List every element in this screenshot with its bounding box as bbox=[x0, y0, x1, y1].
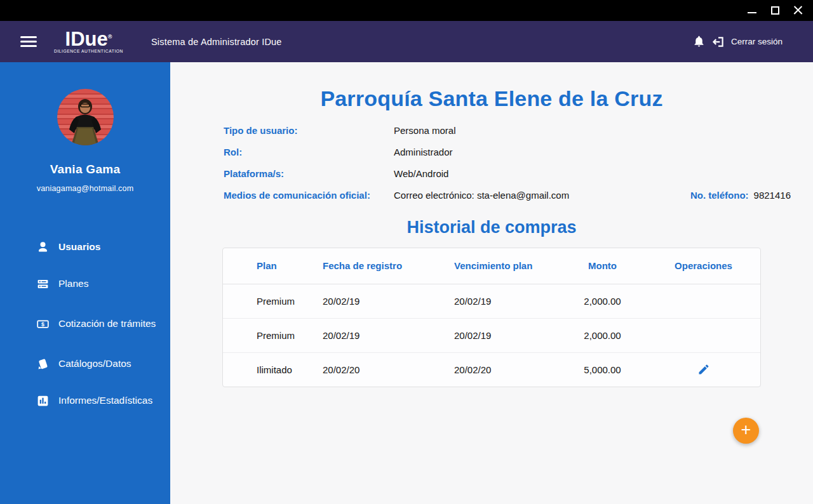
column-header-vencimiento: Vencimiento plan bbox=[420, 248, 560, 284]
logo-text: IDue® bbox=[54, 29, 123, 49]
header-actions: Cerrar sesión bbox=[692, 34, 783, 49]
detail-value: Web/Android bbox=[394, 168, 448, 179]
detail-value: Correo electrónico: sta-elena@gmail.com bbox=[394, 190, 569, 201]
column-header-plan: Plan bbox=[223, 248, 312, 284]
maximize-button[interactable] bbox=[770, 6, 780, 16]
sidebar-item-usuarios[interactable]: Usuarios bbox=[0, 229, 170, 265]
sidebar-item-informes[interactable]: Informes/Estadísticas bbox=[0, 382, 170, 419]
phone-group: No. teléfono: 9821416 bbox=[690, 190, 791, 201]
app-body: Vania Gama vaniagamag@hotmail.com Usuari… bbox=[0, 62, 813, 504]
sidebar: Vania Gama vaniagamag@hotmail.com Usuari… bbox=[0, 62, 170, 504]
menu-icon[interactable] bbox=[20, 36, 37, 47]
app-header: IDue® DILIGENCE AUTHENTICATION Sistema d… bbox=[0, 21, 813, 62]
purchases-title: Historial de compras bbox=[170, 218, 813, 237]
sidebar-item-label: Catálogos/Datos bbox=[58, 357, 159, 370]
cell-registered: 20/02/20 bbox=[312, 352, 420, 387]
window-controls bbox=[747, 6, 803, 16]
window-titlebar bbox=[0, 0, 813, 21]
detail-label: Plataforma/s: bbox=[224, 168, 394, 179]
user-email: vaniagamag@hotmail.com bbox=[0, 184, 170, 193]
cell-amount: 2,000.00 bbox=[560, 284, 645, 318]
svg-text:$: $ bbox=[41, 321, 44, 327]
cell-operations bbox=[645, 318, 761, 352]
cell-expires: 20/02/19 bbox=[420, 284, 560, 318]
phone-label: No. teléfono: bbox=[690, 190, 749, 201]
sidebar-nav: Usuarios Planes $ Cotización de trámites bbox=[0, 229, 170, 419]
stats-icon bbox=[36, 394, 50, 408]
cell-expires: 20/02/20 bbox=[420, 352, 560, 387]
page-title: Parroquía Santa Elene de la Cruz bbox=[170, 86, 813, 111]
logo-subtitle: DILIGENCE AUTHENTICATION bbox=[54, 50, 123, 54]
detail-row: Rol: Administrador bbox=[224, 147, 791, 157]
cell-amount: 2,000.00 bbox=[560, 318, 645, 352]
app-logo: IDue® DILIGENCE AUTHENTICATION bbox=[54, 29, 123, 54]
column-header-monto: Monto bbox=[560, 248, 645, 284]
sidebar-item-label: Usuarios bbox=[58, 241, 159, 253]
cell-plan: Premium bbox=[223, 318, 312, 352]
user-details: Tipo de usuario: Persona moral Rol: Admi… bbox=[224, 125, 813, 201]
detail-label: Tipo de usuario: bbox=[224, 125, 394, 136]
minimize-button[interactable] bbox=[747, 6, 757, 16]
plans-icon bbox=[36, 277, 50, 291]
registered-mark: ® bbox=[108, 34, 112, 40]
user-name: Vania Gama bbox=[0, 162, 170, 176]
bell-icon[interactable] bbox=[692, 34, 706, 49]
minimize-icon bbox=[748, 12, 756, 13]
column-header-operaciones: Operaciones bbox=[645, 248, 761, 284]
detail-value: Administrador bbox=[394, 147, 453, 157]
user-icon bbox=[36, 241, 50, 254]
app-title: Sistema de Administrador IDue bbox=[151, 37, 282, 47]
purchases-table: Plan Fecha de registro Vencimiento plan … bbox=[222, 248, 761, 387]
cell-registered: 20/02/19 bbox=[312, 318, 420, 352]
avatar bbox=[57, 89, 114, 145]
cell-plan: Ilimitado bbox=[223, 352, 312, 387]
table-row: Ilimitado 20/02/20 20/02/20 5,000.00 bbox=[223, 352, 761, 387]
quote-icon: $ bbox=[36, 317, 50, 331]
detail-row: Tipo de usuario: Persona moral bbox=[224, 125, 791, 136]
detail-label: Medios de comunicación oficial: bbox=[224, 190, 394, 201]
column-header-fecha: Fecha de registro bbox=[312, 248, 420, 284]
user-profile: Vania Gama vaniagamag@hotmail.com bbox=[0, 62, 170, 193]
cell-plan: Premium bbox=[223, 284, 312, 318]
main-content: Parroquía Santa Elene de la Cruz Tipo de… bbox=[170, 62, 813, 504]
logout-label[interactable]: Cerrar sesión bbox=[731, 37, 783, 46]
phone-value: 9821416 bbox=[754, 190, 791, 201]
pencil-icon bbox=[697, 363, 710, 376]
table-row: Premium 20/02/19 20/02/19 2,000.00 bbox=[223, 284, 761, 318]
sidebar-item-label: Planes bbox=[58, 277, 159, 290]
logout-icon[interactable] bbox=[711, 35, 725, 49]
edit-button[interactable] bbox=[695, 361, 713, 378]
close-icon bbox=[793, 6, 803, 15]
sidebar-item-cotizacion[interactable]: $ Cotización de trámites bbox=[0, 302, 170, 345]
sidebar-item-catalogos[interactable]: Catálogos/Datos bbox=[0, 345, 170, 382]
close-button[interactable] bbox=[793, 6, 803, 16]
cell-operations bbox=[645, 284, 761, 318]
sidebar-item-planes[interactable]: Planes bbox=[0, 265, 170, 302]
cell-amount: 5,000.00 bbox=[560, 352, 645, 387]
maximize-icon bbox=[771, 6, 779, 15]
detail-row: Medios de comunicación oficial: Correo e… bbox=[224, 190, 791, 201]
detail-label: Rol: bbox=[224, 147, 394, 157]
cell-operations bbox=[645, 352, 761, 387]
detail-value: Persona moral bbox=[394, 125, 456, 136]
add-purchase-button[interactable]: + bbox=[733, 418, 759, 444]
sidebar-item-label: Cotización de trámites bbox=[58, 317, 159, 330]
catalog-icon bbox=[36, 357, 50, 371]
cell-expires: 20/02/19 bbox=[420, 318, 560, 352]
table-header-row: Plan Fecha de registro Vencimiento plan … bbox=[223, 248, 761, 284]
detail-row: Plataforma/s: Web/Android bbox=[224, 168, 791, 179]
table-row: Premium 20/02/19 20/02/19 2,000.00 bbox=[223, 318, 761, 352]
app-window: IDue® DILIGENCE AUTHENTICATION Sistema d… bbox=[0, 0, 813, 504]
plus-icon: + bbox=[741, 421, 751, 439]
sidebar-item-label: Informes/Estadísticas bbox=[58, 394, 159, 407]
cell-registered: 20/02/19 bbox=[312, 284, 420, 318]
